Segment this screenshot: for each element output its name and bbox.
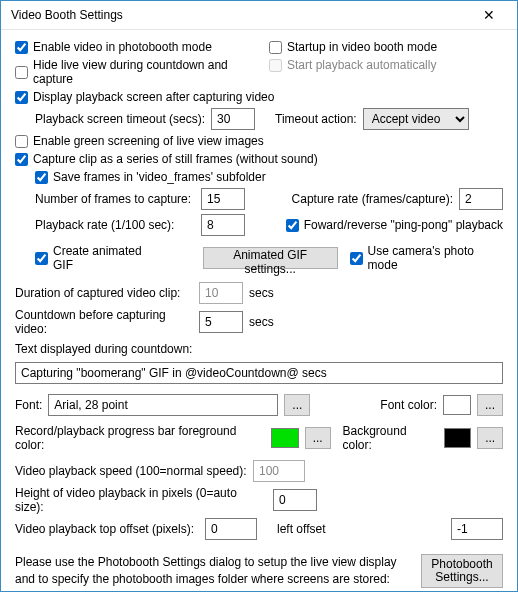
enable-video-input[interactable] <box>15 41 28 54</box>
photobooth-btn-line2: Settings... <box>435 570 488 584</box>
titlebar: Video Booth Settings ✕ <box>1 1 517 30</box>
save-frames-checkbox[interactable]: Save frames in 'video_frames' subfolder <box>15 170 503 184</box>
startup-mode-input[interactable] <box>269 41 282 54</box>
countdown-label: Countdown before capturing video: <box>15 308 193 336</box>
countdown-input[interactable] <box>199 311 243 333</box>
playback-timeout-input[interactable] <box>211 108 255 130</box>
progress-fg-label: Record/playback progress bar foreground … <box>15 424 265 452</box>
left-offset-input[interactable] <box>451 518 503 540</box>
green-screen-input[interactable] <box>15 135 28 148</box>
countdown-text-label: Text displayed during countdown: <box>15 342 192 356</box>
display-playback-input[interactable] <box>15 91 28 104</box>
display-playback-checkbox[interactable]: Display playback screen after capturing … <box>15 90 503 104</box>
content-area: Enable video in photobooth mode Startup … <box>1 30 517 592</box>
playback-rate-input[interactable] <box>201 214 245 236</box>
font-color-browse-button[interactable]: ... <box>477 394 503 416</box>
playback-height-label: Height of video playback in pixels (0=au… <box>15 486 267 514</box>
hide-live-checkbox[interactable]: Hide live view during countdown and capt… <box>15 58 249 86</box>
green-screen-label: Enable green screening of live view imag… <box>33 134 264 148</box>
countdown-secs-label: secs <box>249 315 274 329</box>
photobooth-btn-line1: Photobooth <box>431 557 492 571</box>
duration-label: Duration of captured video clip: <box>15 286 193 300</box>
capture-series-label: Capture clip as a series of still frames… <box>33 152 318 166</box>
start-auto-input <box>269 59 282 72</box>
use-camera-photo-input[interactable] <box>350 252 363 265</box>
progress-fg-browse-button[interactable]: ... <box>305 427 331 449</box>
use-camera-photo-checkbox[interactable]: Use camera's photo mode <box>350 244 503 272</box>
enable-video-checkbox[interactable]: Enable video in photobooth mode <box>15 40 249 54</box>
timeout-action-label: Timeout action: <box>275 112 357 126</box>
save-frames-label: Save frames in 'video_frames' subfolder <box>53 170 266 184</box>
progress-fg-swatch[interactable] <box>271 428 299 448</box>
enable-video-label: Enable video in photobooth mode <box>33 40 212 54</box>
capture-rate-label: Capture rate (frames/capture): <box>292 192 453 206</box>
timeout-action-select[interactable]: Accept video <box>363 108 469 130</box>
start-auto-checkbox: Start playback automatically <box>269 58 503 72</box>
startup-mode-label: Startup in video booth mode <box>287 40 437 54</box>
playback-timeout-label: Playback screen timeout (secs): <box>35 112 205 126</box>
duration-input <box>199 282 243 304</box>
dialog-title: Video Booth Settings <box>11 8 469 22</box>
pingpong-input[interactable] <box>286 219 299 232</box>
playback-speed-input <box>253 460 305 482</box>
create-gif-input[interactable] <box>35 252 48 265</box>
left-offset-label: left offset <box>277 522 325 536</box>
font-label: Font: <box>15 398 42 412</box>
duration-secs-label: secs <box>249 286 274 300</box>
startup-mode-checkbox[interactable]: Startup in video booth mode <box>269 40 503 54</box>
capture-rate-input[interactable] <box>459 188 503 210</box>
top-offset-label: Video playback top offset (pixels): <box>15 522 199 536</box>
pingpong-checkbox[interactable]: Foward/reverse "ping-pong" playback <box>286 218 503 232</box>
font-browse-button[interactable]: ... <box>284 394 310 416</box>
bg-color-swatch[interactable] <box>444 428 472 448</box>
create-gif-label: Create animated GIF <box>53 244 162 272</box>
playback-height-input[interactable] <box>273 489 317 511</box>
top-offset-input[interactable] <box>205 518 257 540</box>
pingpong-label: Foward/reverse "ping-pong" playback <box>304 218 503 232</box>
green-screen-checkbox[interactable]: Enable green screening of live view imag… <box>15 134 503 148</box>
playback-speed-label: Video playback speed (100=normal speed): <box>15 464 247 478</box>
hide-live-label: Hide live view during countdown and capt… <box>33 58 249 86</box>
playback-rate-label: Playback rate (1/100 sec): <box>35 218 195 232</box>
close-icon[interactable]: ✕ <box>469 1 509 29</box>
save-frames-input[interactable] <box>35 171 48 184</box>
num-frames-label: Number of frames to capture: <box>35 192 195 206</box>
bg-color-browse-button[interactable]: ... <box>477 427 503 449</box>
hide-live-input[interactable] <box>15 66 28 79</box>
dialog-window: Video Booth Settings ✕ Enable video in p… <box>0 0 518 592</box>
display-playback-label: Display playback screen after capturing … <box>33 90 274 104</box>
font-color-swatch[interactable] <box>443 395 471 415</box>
use-camera-photo-label: Use camera's photo mode <box>368 244 503 272</box>
bg-color-label: Background color: <box>343 424 438 452</box>
font-color-label: Font color: <box>380 398 437 412</box>
animated-gif-settings-button[interactable]: Animated GIF settings... <box>203 247 338 269</box>
font-display-input[interactable] <box>48 394 278 416</box>
create-gif-checkbox[interactable]: Create animated GIF <box>35 244 162 272</box>
start-auto-label: Start playback automatically <box>287 58 436 72</box>
photobooth-note: Please use the Photobooth Settings dialo… <box>15 554 415 588</box>
capture-series-input[interactable] <box>15 153 28 166</box>
capture-series-checkbox[interactable]: Capture clip as a series of still frames… <box>15 152 503 166</box>
countdown-text-input[interactable] <box>15 362 503 384</box>
num-frames-input[interactable] <box>201 188 245 210</box>
photobooth-settings-button[interactable]: Photobooth Settings... <box>421 554 503 588</box>
